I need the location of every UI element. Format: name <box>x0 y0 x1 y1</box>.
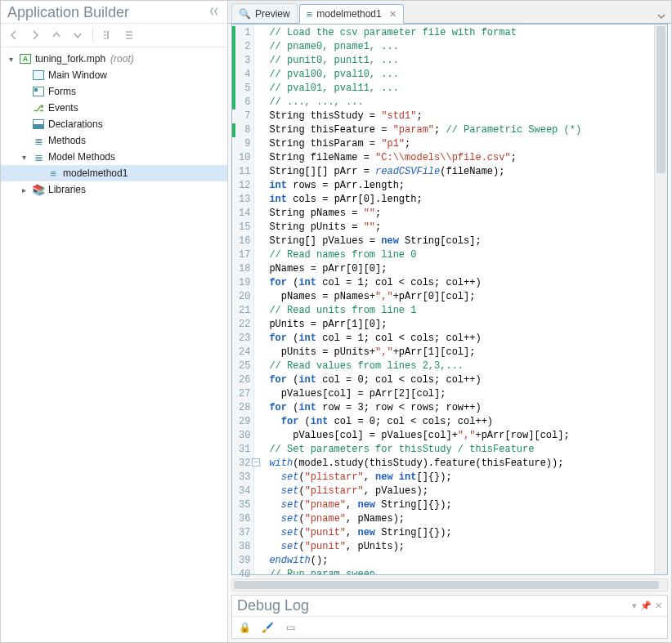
code-content[interactable]: // Load the csv parameter file with form… <box>254 25 654 574</box>
expand-icon[interactable]: ▾ <box>19 153 29 162</box>
tab-preview[interactable]: 🔍 Preview <box>231 3 298 23</box>
tree-item-model-methods[interactable]: ▾ ≣ Model Methods <box>1 149 227 165</box>
tree-root-suffix: (root) <box>110 53 134 65</box>
preview-icon: 🔍 <box>239 8 251 20</box>
minimize-icon[interactable]: ▾ <box>632 601 637 611</box>
debug-header: Debug Log ▾ 📌 ✕ <box>232 596 667 617</box>
declarations-icon <box>32 118 45 131</box>
tree-item-main-window[interactable]: Main Window <box>1 67 227 83</box>
code-editor[interactable]: 1234567891011121314151617181920212223242… <box>231 24 668 575</box>
tree-item-declarations[interactable]: Declarations <box>1 116 227 132</box>
pin-icon[interactable]: 📌 <box>640 601 652 611</box>
debug-log-panel: Debug Log ▾ 📌 ✕ 🔒 🖌️ ▭ <box>231 595 668 639</box>
tab-overflow-icon[interactable] <box>655 10 668 23</box>
expand-icon[interactable]: ▸ <box>19 185 29 194</box>
tree-root[interactable]: ▾ A tuning_fork.mph (root) <box>1 51 227 67</box>
tree-item-modelmethod1[interactable]: ≡ modelmethod1 <box>1 165 227 181</box>
window-icon <box>32 69 45 82</box>
forms-icon <box>32 85 45 98</box>
tab-modelmethod1[interactable]: ≡ modelmethod1 ✕ <box>299 4 404 24</box>
nav-back-button[interactable] <box>6 27 22 43</box>
methods-icon: ≣ <box>32 134 45 147</box>
tree-item-methods[interactable]: ≣ Methods <box>1 132 227 149</box>
horizontal-scrollbar[interactable] <box>231 578 668 592</box>
fold-toggle-icon[interactable]: − <box>252 458 260 467</box>
events-icon: ⎇ <box>32 101 45 114</box>
tree-item-forms[interactable]: Forms <box>1 83 227 100</box>
expand-all-button[interactable] <box>121 27 137 43</box>
expand-icon[interactable]: ▾ <box>6 55 16 64</box>
app-icon: A <box>19 52 32 65</box>
close-tab-icon[interactable]: ✕ <box>389 9 396 20</box>
application-builder-panel: Application Builder ▾ A tuning_fork.mph … <box>1 1 228 642</box>
line-gutter: 1234567891011121314151617181920212223242… <box>232 25 254 574</box>
collapse-all-button[interactable] <box>100 27 116 43</box>
vertical-scrollbar[interactable] <box>654 25 667 574</box>
method-icon: ≡ <box>47 167 60 180</box>
tree-item-libraries[interactable]: ▸ 📚 Libraries <box>1 181 227 198</box>
model-tree[interactable]: ▾ A tuning_fork.mph (root) Main Window F… <box>1 47 227 642</box>
clear-icon[interactable]: 🖌️ <box>260 620 275 635</box>
tree-root-label: tuning_fork.mph <box>35 53 105 65</box>
lock-icon[interactable]: 🔒 <box>237 620 252 635</box>
debug-title: Debug Log <box>237 597 309 614</box>
libraries-icon: 📚 <box>32 183 45 196</box>
tab-label: modelmethod1 <box>316 8 381 20</box>
editor-tab-bar: 🔍 Preview ≡ modelmethod1 ✕ <box>228 1 671 24</box>
collapse-panel-icon[interactable] <box>209 4 221 21</box>
nav-down-button[interactable] <box>69 27 86 43</box>
debug-toolbar: 🔒 🖌️ ▭ <box>232 617 667 638</box>
method-icon: ≡ <box>307 8 313 20</box>
tree-toolbar <box>1 24 227 47</box>
close-icon[interactable]: ✕ <box>655 601 662 611</box>
nav-forward-button[interactable] <box>27 27 43 43</box>
scroll-thumb[interactable] <box>234 581 659 589</box>
editor-area: 🔍 Preview ≡ modelmethod1 ✕ 1234567891011… <box>228 1 671 642</box>
tree-item-events[interactable]: ⎇ Events <box>1 100 227 116</box>
panel-title: Application Builder <box>7 4 129 21</box>
panel-header: Application Builder <box>1 1 227 24</box>
window-icon[interactable]: ▭ <box>283 620 298 635</box>
model-methods-icon: ≣ <box>32 150 45 163</box>
nav-up-button[interactable] <box>48 27 65 43</box>
scroll-thumb[interactable] <box>656 26 665 173</box>
tab-label: Preview <box>255 8 290 20</box>
